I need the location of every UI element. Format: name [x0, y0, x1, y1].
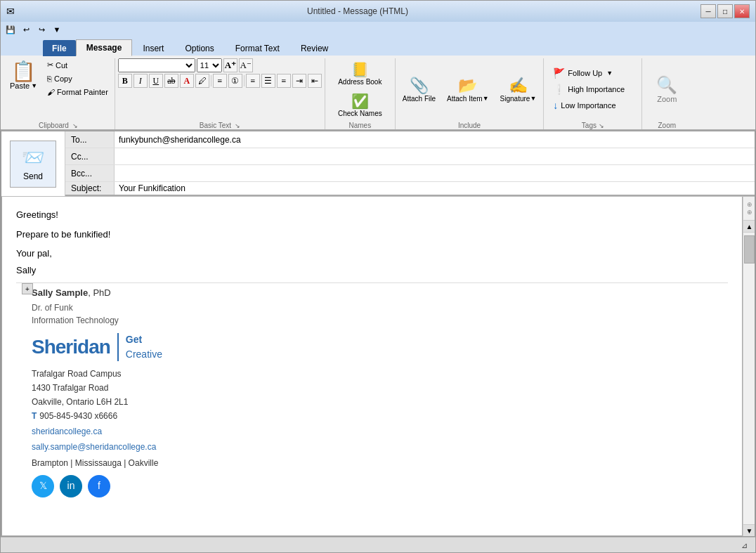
- sheridan-get: Get: [126, 332, 162, 347]
- greeting-text: Greetings!: [16, 208, 728, 222]
- signature-box: + Sally Sample, PhD Dr. of Funk Informat…: [16, 282, 728, 497]
- subject-row: Subject:: [65, 182, 755, 196]
- font-color-button[interactable]: A: [180, 74, 194, 88]
- signature-content: Sally Sample, PhD Dr. of Funk Informatio…: [32, 286, 728, 497]
- include-group-label: Include: [398, 120, 540, 129]
- window-title: Untitled - Message (HTML): [15, 6, 700, 16]
- zoom-group: 🔍 Zoom Zoom: [642, 58, 691, 129]
- cc-row: Cc...: [65, 148, 755, 165]
- twitter-icon[interactable]: 𝕏: [32, 475, 54, 497]
- your-pal-text: Your pal,: [16, 247, 728, 261]
- signature-icon: ✍: [509, 77, 528, 95]
- facebook-icon[interactable]: f: [88, 475, 110, 497]
- bullet-list-button[interactable]: ≡: [213, 74, 227, 88]
- scrollbar-thumb-area: [743, 233, 755, 524]
- outdent-button[interactable]: ⇤: [308, 74, 322, 88]
- clipboard-small-buttons: ✂ Cut ⎘ Copy 🖌 Format Painter: [44, 58, 112, 120]
- copy-button[interactable]: ⎘ Copy: [44, 72, 112, 85]
- window-controls: ─ □ ✕: [700, 4, 750, 18]
- body-scrollbar: ⊕ ⊕ ▲ ▼: [743, 197, 755, 536]
- sig-phone-row: T 905-845-9430 x6666: [32, 410, 728, 422]
- address-book-button[interactable]: 📒 Address Book: [334, 58, 386, 89]
- compose-fields: To... Cc... Bcc... Subject:: [65, 131, 755, 196]
- qat-more-button[interactable]: ▼: [50, 23, 64, 36]
- format-painter-button[interactable]: 🖌 Format Painter: [44, 86, 112, 98]
- sig-credentials: , PhD: [88, 287, 111, 298]
- zoom-group-label: Zoom: [648, 120, 686, 129]
- sig-title: Dr. of Funk: [32, 301, 728, 314]
- sig-expand-button[interactable]: +: [22, 283, 33, 294]
- sig-campuses: Brampton | Mississauga | Oakville: [32, 457, 728, 469]
- include-group-content: 📎 Attach File 📂 Attach Item ▼ ✍ Signatur…: [398, 58, 540, 120]
- scrollbar-up-button[interactable]: ▲: [743, 221, 755, 233]
- basic-text-group-label: Basic Text ↘: [118, 120, 322, 129]
- cc-input[interactable]: [115, 150, 755, 163]
- check-names-button[interactable]: ✅ Check Names: [334, 90, 386, 120]
- to-input[interactable]: [115, 134, 755, 146]
- cut-button[interactable]: ✂ Cut: [44, 58, 112, 72]
- align-center-button[interactable]: ☰: [261, 74, 275, 88]
- bcc-label-button[interactable]: Bcc...: [65, 165, 115, 181]
- minimize-button[interactable]: ─: [700, 4, 716, 18]
- tab-message[interactable]: Message: [76, 39, 133, 56]
- maximize-button[interactable]: □: [717, 4, 733, 18]
- attach-item-icon: 📂: [458, 77, 477, 95]
- bold-button[interactable]: B: [118, 74, 132, 88]
- signature-button[interactable]: ✍ Signature ▼: [496, 74, 541, 105]
- align-right-button[interactable]: ≡: [277, 74, 291, 88]
- qat-undo-button[interactable]: ↩: [19, 23, 33, 36]
- tab-insert[interactable]: Insert: [132, 40, 174, 56]
- send-button[interactable]: 📨 Send: [10, 141, 56, 188]
- qat-save-button[interactable]: 💾: [4, 23, 18, 36]
- scrollbar-thumb[interactable]: [744, 235, 755, 264]
- scrollbar-down-button[interactable]: ▼: [743, 524, 755, 536]
- subject-label: Subject:: [65, 182, 115, 195]
- linkedin-icon[interactable]: in: [60, 475, 82, 497]
- tab-review[interactable]: Review: [290, 40, 339, 56]
- social-icons: 𝕏 in f: [32, 475, 728, 497]
- sig-address1: 1430 Trafalgar Road: [32, 382, 728, 394]
- highlight-button[interactable]: 🖊: [195, 74, 209, 88]
- zoom-button[interactable]: 🔍 Zoom: [651, 72, 683, 106]
- sig-phone-label: T: [32, 410, 37, 422]
- compose-area: 📨 Send To... Cc... Bcc...: [1, 131, 755, 537]
- font-shrink-button[interactable]: A⁻: [239, 58, 253, 72]
- qat-redo-button[interactable]: ↪: [34, 23, 48, 36]
- subject-input[interactable]: [115, 182, 755, 195]
- sig-name: Sally Sample: [32, 287, 88, 298]
- sheridan-tagline: Get Creative: [126, 332, 162, 362]
- sig-email-link[interactable]: sally.sample@sheridancollege.ca: [32, 442, 156, 452]
- attach-item-button[interactable]: 📂 Attach Item ▼: [443, 74, 493, 105]
- sig-campus: Trafalgar Road Campus: [32, 367, 728, 380]
- to-label-button[interactable]: To...: [65, 131, 115, 148]
- bcc-input[interactable]: [115, 167, 755, 180]
- high-importance-button[interactable]: ❕ High Importance: [548, 82, 637, 97]
- follow-up-button[interactable]: 🚩 Follow Up ▼: [548, 65, 637, 81]
- attach-file-button[interactable]: 📎 Attach File: [398, 74, 440, 105]
- email-body[interactable]: Greetings! Prepare to be funkified! Your…: [1, 197, 743, 536]
- to-row: To...: [65, 131, 755, 148]
- underline-button[interactable]: U: [149, 74, 163, 88]
- tab-format-text[interactable]: Format Text: [225, 40, 290, 56]
- sig-phone-number: 905-845-9430 x6666: [39, 410, 117, 422]
- tab-options[interactable]: Options: [174, 40, 224, 56]
- italic-button[interactable]: I: [133, 74, 148, 88]
- strikethrough-button[interactable]: ab: [164, 74, 178, 88]
- font-name-select[interactable]: [118, 58, 195, 72]
- resize-handle[interactable]: ⊿: [741, 541, 750, 549]
- cc-label-button[interactable]: Cc...: [65, 148, 115, 164]
- low-importance-button[interactable]: ↓ Low Importance: [548, 98, 637, 113]
- numbered-list-button[interactable]: ①: [228, 74, 242, 88]
- names-group-content: 📒 Address Book ✅ Check Names: [328, 58, 392, 120]
- align-left-button[interactable]: ≡: [246, 74, 260, 88]
- font-grow-button[interactable]: A⁺: [223, 58, 237, 72]
- font-row2: B I U ab A 🖊 ≡ ① ≡ ☰ ≡ ⇥ ⇤: [118, 74, 322, 88]
- tab-file[interactable]: File: [43, 40, 76, 56]
- close-button[interactable]: ✕: [734, 4, 750, 18]
- indent-button[interactable]: ⇥: [292, 74, 306, 88]
- separator: [211, 75, 211, 86]
- include-group: 📎 Attach File 📂 Attach Item ▼ ✍ Signatur…: [396, 58, 544, 129]
- font-size-select[interactable]: 11: [197, 58, 222, 72]
- sig-website-link[interactable]: sheridancollege.ca: [32, 427, 102, 436]
- paste-button[interactable]: 📋 Paste ▼: [5, 58, 42, 120]
